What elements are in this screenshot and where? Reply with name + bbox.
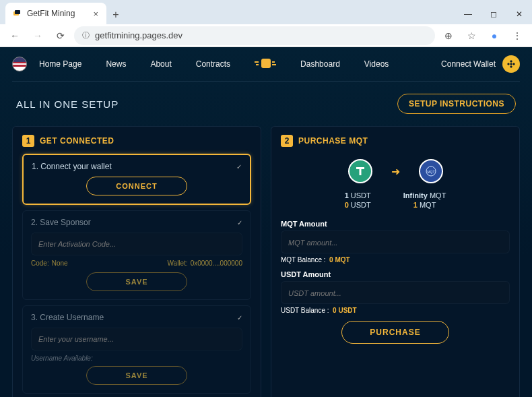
username-available-note: Username Available: bbox=[31, 355, 242, 362]
tab-close-icon[interactable]: × bbox=[93, 9, 98, 19]
setup-instructions-button[interactable]: SETUP INSTRUCTIONS bbox=[397, 94, 516, 114]
forward-button[interactable]: → bbox=[28, 26, 47, 45]
svg-rect-3 bbox=[255, 61, 259, 63]
connect-wallet-link[interactable]: Connect Wallet bbox=[441, 59, 496, 69]
svg-rect-1 bbox=[15, 10, 20, 14]
usdt-token-icon bbox=[348, 159, 372, 183]
usdt-1-amount: 1 bbox=[345, 191, 349, 200]
save-username-button[interactable]: SAVE bbox=[86, 366, 187, 385]
browser-chrome: GetFit Mining × + — ◻ ✕ ← → ⟳ ⓘ getfitmi… bbox=[0, 0, 532, 47]
url-input[interactable]: ⓘ getfitmining.pages.dev bbox=[74, 26, 435, 45]
address-bar: ← → ⟳ ⓘ getfitmining.pages.dev ⊕ ☆ ● ⋮ bbox=[0, 24, 532, 47]
wallet-label: Wallet: bbox=[168, 259, 188, 267]
brand-logo-icon[interactable] bbox=[252, 55, 279, 73]
step-num: 3. bbox=[31, 313, 38, 322]
mqt-inf-amount: Infinity bbox=[403, 191, 428, 200]
minimize-button[interactable]: — bbox=[455, 4, 481, 24]
activation-code-input[interactable] bbox=[38, 237, 235, 251]
step-save-sponsor: 2. Save Sponsor ✓ Code: None Wallet: 0x0… bbox=[22, 210, 251, 300]
check-icon: ✓ bbox=[237, 314, 242, 322]
token-swap: ➜ MQT bbox=[281, 159, 510, 183]
svg-rect-5 bbox=[272, 64, 276, 65]
usdt-balance-label: USDT Balance : bbox=[281, 307, 329, 314]
nav-home[interactable]: Home Page bbox=[27, 59, 94, 69]
check-icon: ✓ bbox=[236, 163, 242, 171]
usdt-amount-wrap bbox=[281, 281, 510, 304]
tab-bar: GetFit Mining × + — ◻ ✕ bbox=[0, 0, 532, 24]
svg-rect-6 bbox=[272, 61, 275, 63]
bnb-icon[interactable] bbox=[502, 55, 520, 73]
tab-title: GetFit Mining bbox=[27, 9, 75, 18]
zoom-icon[interactable]: ⊕ bbox=[439, 26, 458, 45]
step-label: Create Username bbox=[40, 313, 104, 322]
window-controls: — ◻ ✕ bbox=[455, 4, 532, 24]
usdt-rate-col: 1 USDT 0 USDT bbox=[345, 190, 371, 210]
step-num: 1. bbox=[32, 162, 38, 171]
step-header: 2. Save Sponsor ✓ bbox=[31, 218, 242, 227]
svg-rect-2 bbox=[261, 59, 271, 68]
mqt-amount-label: MQT Amount bbox=[281, 220, 510, 228]
card-purchase-mqt: 2 PURCHASE MQT ➜ MQT 1 USDT 0 USDT Infin bbox=[271, 126, 520, 397]
username-input[interactable] bbox=[38, 332, 235, 346]
top-navigation: Home Page News About Contracts Dashboard… bbox=[0, 47, 532, 81]
card-title: PURCHASE MQT bbox=[298, 136, 368, 146]
card-get-connected: 1 GET CONNECTED 1. Connect your wallet ✓… bbox=[12, 126, 261, 397]
mqt-amount-input[interactable] bbox=[288, 239, 502, 247]
svg-rect-4 bbox=[256, 64, 259, 65]
mqt-inf-sym: MQT bbox=[430, 191, 446, 200]
bookmark-icon[interactable]: ☆ bbox=[462, 26, 481, 45]
mqt-amount-wrap bbox=[281, 231, 510, 253]
usdt-balance-value: 0 USDT bbox=[333, 307, 357, 314]
nav-videos[interactable]: Videos bbox=[352, 59, 401, 69]
step-label: Connect your wallet bbox=[40, 162, 111, 171]
url-text: getfitmining.pages.dev bbox=[95, 30, 182, 40]
code-value: None bbox=[52, 259, 68, 267]
mqt-1-sym: MQT bbox=[420, 201, 436, 209]
mqt-balance-label: MQT Balance : bbox=[281, 256, 326, 264]
svg-text:MQT: MQT bbox=[427, 170, 434, 174]
step-number: 2 bbox=[281, 135, 293, 147]
maximize-button[interactable]: ◻ bbox=[481, 4, 506, 24]
usdt-balance-line: USDT Balance : 0 USDT bbox=[281, 307, 510, 314]
connect-button[interactable]: CONNECT bbox=[86, 177, 187, 195]
close-button[interactable]: ✕ bbox=[506, 4, 532, 24]
username-wrap bbox=[31, 328, 242, 350]
nav-contracts[interactable]: Contracts bbox=[184, 59, 242, 69]
card-title: GET CONNECTED bbox=[40, 136, 114, 146]
activation-code-wrap bbox=[31, 233, 242, 255]
mqt-1-amount: 1 bbox=[413, 201, 418, 209]
menu-icon[interactable]: ⋮ bbox=[508, 26, 527, 45]
setup-header: ALL IN ONE SETUP SETUP INSTRUCTIONS bbox=[0, 82, 532, 126]
usdt-amount-label: USDT Amount bbox=[281, 270, 510, 278]
nav-about[interactable]: About bbox=[138, 59, 183, 69]
token-rates: 1 USDT 0 USDT Infinity MQT 1 MQT bbox=[281, 190, 510, 210]
new-tab-button[interactable]: + bbox=[106, 5, 125, 24]
check-icon: ✓ bbox=[237, 219, 242, 226]
svg-rect-8 bbox=[359, 167, 361, 175]
purchase-button[interactable]: PURCHASE bbox=[341, 321, 449, 344]
favicon-icon bbox=[12, 9, 22, 18]
flag-icon[interactable] bbox=[12, 57, 27, 71]
mqt-rate-col: Infinity MQT 1 MQT bbox=[403, 190, 446, 210]
site-info-icon[interactable]: ⓘ bbox=[82, 30, 90, 40]
back-button[interactable]: ← bbox=[5, 26, 24, 45]
browser-tab[interactable]: GetFit Mining × bbox=[5, 3, 106, 24]
step-number: 1 bbox=[22, 135, 34, 147]
mqt-balance-value: 0 MQT bbox=[329, 256, 350, 264]
mqt-balance-line: MQT Balance : 0 MQT bbox=[281, 256, 510, 264]
profile-icon[interactable]: ● bbox=[485, 26, 504, 45]
nav-news[interactable]: News bbox=[94, 59, 138, 69]
card-header: 2 PURCHASE MQT bbox=[281, 135, 510, 147]
step-connect-wallet: 1. Connect your wallet ✓ CONNECT bbox=[22, 154, 251, 205]
step-label: Save Sponsor bbox=[40, 218, 90, 227]
card-header: 1 GET CONNECTED bbox=[22, 135, 251, 147]
swap-arrow-icon: ➜ bbox=[391, 165, 400, 178]
reload-button[interactable]: ⟳ bbox=[51, 26, 70, 45]
code-label: Code: bbox=[31, 259, 49, 267]
usdt-amount-input[interactable] bbox=[288, 289, 502, 297]
cards-row-1: 1 GET CONNECTED 1. Connect your wallet ✓… bbox=[0, 126, 532, 397]
step-num: 2. bbox=[31, 218, 38, 227]
save-sponsor-button[interactable]: SAVE bbox=[86, 272, 187, 291]
nav-dashboard[interactable]: Dashboard bbox=[288, 59, 352, 69]
code-wallet-row: Code: None Wallet: 0x0000....000000 bbox=[31, 259, 242, 267]
